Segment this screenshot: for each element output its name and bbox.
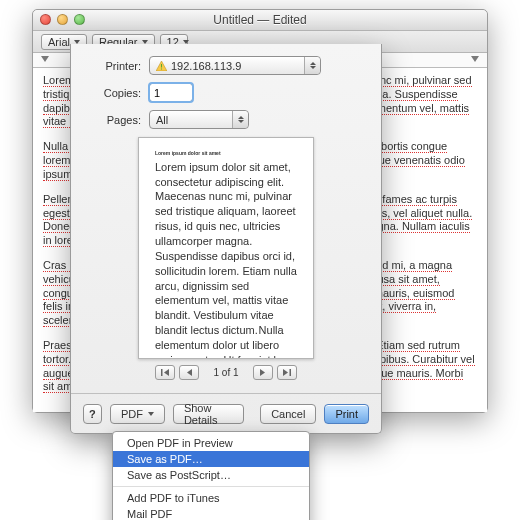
font-family-label: Arial bbox=[48, 36, 70, 48]
page-indicator: 1 of 1 bbox=[213, 367, 238, 378]
svg-rect-4 bbox=[161, 68, 162, 69]
svg-marker-7 bbox=[187, 369, 192, 376]
menu-item-add-itunes[interactable]: Add PDF to iTunes bbox=[113, 490, 309, 506]
last-page-button[interactable] bbox=[277, 365, 297, 380]
pdf-dropdown-menu: Open PDF in Preview Save as PDF… Save as… bbox=[112, 431, 310, 520]
menu-item-save-as-pdf[interactable]: Save as PDF… bbox=[113, 451, 309, 467]
next-page-button[interactable] bbox=[253, 365, 273, 380]
minimize-icon[interactable] bbox=[57, 14, 68, 25]
svg-rect-3 bbox=[161, 64, 162, 68]
print-preview: Lorem ipsum dolor sit amet Lorem ipsum d… bbox=[138, 137, 314, 359]
ruler-marker-right[interactable] bbox=[471, 56, 479, 64]
pages-select[interactable]: All bbox=[149, 110, 249, 129]
zoom-icon[interactable] bbox=[74, 14, 85, 25]
page-navigator: 1 of 1 bbox=[85, 365, 367, 380]
printer-label: Printer: bbox=[85, 60, 141, 72]
printer-select[interactable]: 192.168.113.9 bbox=[149, 56, 321, 75]
svg-rect-5 bbox=[161, 369, 163, 376]
cancel-button[interactable]: Cancel bbox=[260, 404, 316, 424]
close-icon[interactable] bbox=[40, 14, 51, 25]
help-button[interactable]: ? bbox=[83, 404, 102, 424]
svg-marker-1 bbox=[471, 56, 479, 62]
stepper-icon bbox=[232, 111, 248, 128]
svg-marker-6 bbox=[164, 369, 169, 376]
pages-label: Pages: bbox=[85, 114, 141, 126]
print-button[interactable]: Print bbox=[324, 404, 369, 424]
print-dialog: Printer: 192.168.113.9 Copies: Pages: Al… bbox=[70, 44, 382, 434]
window-title: Untitled — Edited bbox=[213, 13, 306, 27]
menu-item-save-postscript[interactable]: Save as PostScript… bbox=[113, 467, 309, 483]
svg-marker-8 bbox=[260, 369, 265, 376]
chevron-down-icon bbox=[183, 40, 189, 44]
svg-rect-10 bbox=[290, 369, 292, 376]
pdf-label: PDF bbox=[121, 408, 143, 420]
titlebar: Untitled — Edited bbox=[33, 10, 487, 31]
button-bar: ? PDF Show Details Cancel Print bbox=[71, 393, 381, 433]
chevron-down-icon bbox=[74, 40, 80, 44]
printer-value: 192.168.113.9 bbox=[171, 60, 241, 72]
pdf-menu-button[interactable]: PDF bbox=[110, 404, 165, 424]
svg-marker-0 bbox=[41, 56, 49, 62]
chevron-down-icon bbox=[148, 412, 154, 416]
prev-page-button[interactable] bbox=[179, 365, 199, 380]
chevron-down-icon bbox=[142, 40, 148, 44]
menu-item-open-preview[interactable]: Open PDF in Preview bbox=[113, 435, 309, 451]
menu-item-mail-pdf[interactable]: Mail PDF bbox=[113, 506, 309, 520]
traffic-lights bbox=[40, 14, 85, 25]
show-details-button[interactable]: Show Details bbox=[173, 404, 244, 424]
svg-marker-9 bbox=[283, 369, 288, 376]
ruler-marker-left[interactable] bbox=[41, 56, 49, 64]
copies-input[interactable] bbox=[149, 83, 193, 102]
stepper-icon bbox=[304, 57, 320, 74]
menu-separator bbox=[113, 486, 309, 487]
warning-icon bbox=[156, 61, 167, 71]
first-page-button[interactable] bbox=[155, 365, 175, 380]
pages-value: All bbox=[156, 114, 168, 126]
copies-label: Copies: bbox=[85, 87, 141, 99]
